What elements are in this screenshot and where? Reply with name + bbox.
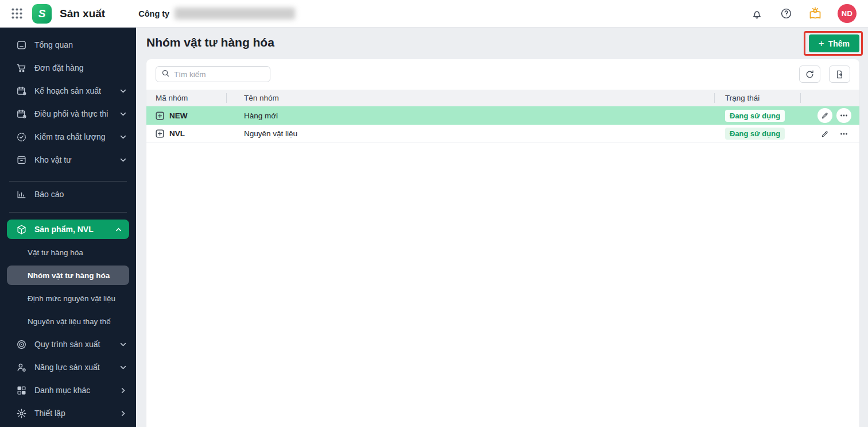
toolbar-actions	[799, 66, 850, 83]
overview-icon	[16, 40, 27, 51]
sidebar-item-label: Đơn đặt hàng	[34, 63, 83, 72]
status-badge: Đang sử dụng	[725, 128, 785, 140]
sidebar-item-label: Kiểm tra chất lượng	[34, 132, 106, 141]
sidebar-item-label: Kế hoạch sản xuất	[34, 86, 101, 95]
cell-actions	[801, 126, 859, 141]
refresh-button[interactable]	[799, 66, 820, 83]
avatar[interactable]: ND	[838, 4, 857, 23]
add-button-label: Thêm	[828, 39, 850, 48]
group-code: NVL	[169, 129, 185, 138]
edit-pencil-icon[interactable]	[817, 108, 832, 123]
sidebar-item-san-pham-nvl[interactable]: Sản phẩm, NVL	[7, 220, 129, 239]
add-button[interactable]: + Thêm	[809, 34, 859, 52]
sidebar-item-danh-muc-khac[interactable]: Danh mục khác	[0, 379, 136, 402]
table-row[interactable]: NEW Hàng mới Đang sử dụng	[146, 106, 859, 125]
group-name: Nguyên vật liệu	[244, 129, 297, 138]
table-header: Mã nhóm Tên nhóm Trạng thái	[146, 90, 859, 106]
column-header-code[interactable]: Mã nhóm	[146, 90, 227, 106]
sidebar-item-label: Thiết lập	[34, 409, 65, 418]
chevron-up-icon	[115, 226, 122, 233]
sidebar-item-nguyen-vat-lieu-thay-the[interactable]: Nguyên vật liệu thay thế	[0, 310, 136, 333]
chevron-right-icon	[119, 387, 127, 394]
sidebar-item-thiet-lap[interactable]: Thiết lập	[0, 402, 136, 425]
chevron-down-icon	[119, 341, 127, 348]
column-header-actions	[801, 90, 859, 106]
chevron-down-icon	[119, 364, 127, 371]
sidebar-item-bao-cao[interactable]: Báo cáo	[0, 183, 136, 206]
order-cart-icon	[16, 63, 27, 74]
more-actions-icon[interactable]	[836, 108, 851, 123]
sidebar-item-label: Nhóm vật tư hàng hóa	[28, 271, 110, 280]
sidebar-item-label: Định mức nguyên vật liệu	[28, 294, 115, 303]
sidebar-item-label: Quy trình sản xuất	[34, 340, 100, 349]
table-row[interactable]: NVL Nguyên vật liệu Đang sử dụng	[146, 125, 859, 143]
notification-bell-icon[interactable]	[750, 7, 764, 21]
check-circle-icon	[16, 132, 27, 143]
column-header-status[interactable]: Trạng thái	[715, 90, 801, 106]
sidebar-item-label: Nguyên vật liệu thay thế	[28, 317, 111, 326]
sidebar-divider	[9, 181, 127, 182]
sidebar: Tổng quan Đơn đặt hàng Kế hoạch sản xuất…	[0, 28, 136, 427]
page-header: Nhóm vật tư hàng hóa + Thêm	[136, 28, 868, 59]
apps-grid-icon[interactable]	[10, 7, 24, 21]
column-header-name[interactable]: Tên nhóm	[227, 90, 715, 106]
more-actions-icon[interactable]	[836, 126, 851, 141]
sidebar-item-nang-luc-san-xuat[interactable]: Năng lực sản xuất	[0, 356, 136, 379]
cell-name: Hàng mới	[227, 111, 715, 120]
sidebar-item-dinh-muc-nguyen-vat-lieu[interactable]: Định mức nguyên vật liệu	[0, 287, 136, 310]
chevron-down-icon	[119, 156, 127, 164]
report-chart-icon	[16, 189, 27, 200]
search-icon	[161, 69, 170, 80]
calendar-gear-icon	[16, 86, 27, 97]
group-name: Hàng mới	[244, 111, 278, 120]
calendar-clock-icon	[16, 109, 27, 120]
topbar-actions: ND	[750, 4, 868, 23]
sidebar-item-tong-quan[interactable]: Tổng quan	[0, 33, 136, 56]
sidebar-divider	[9, 212, 127, 213]
cube-icon	[16, 224, 27, 235]
sidebar-item-label: Kho vật tư	[34, 155, 72, 164]
sidebar-item-ke-hoach-san-xuat[interactable]: Kế hoạch sản xuất	[0, 79, 136, 102]
expand-row-icon[interactable]	[156, 111, 164, 120]
sidebar-item-dieu-phoi-va-thuc-thi[interactable]: Điều phối và thực thi	[0, 102, 136, 125]
sidebar-item-nhom-vat-tu-hang-hoa[interactable]: Nhóm vật tư hàng hóa	[7, 266, 129, 285]
groups-table: Mã nhóm Tên nhóm Trạng thái NEW	[146, 90, 859, 143]
main-content: Nhóm vật tư hàng hóa + Thêm	[136, 28, 868, 427]
sidebar-item-label: Sản phẩm, NVL	[34, 225, 94, 234]
cell-name: Nguyên vật liệu	[227, 129, 715, 138]
app-title: Sản xuất	[60, 7, 105, 20]
warehouse-box-icon	[16, 155, 27, 166]
chevron-right-icon	[119, 410, 127, 417]
list-card: Mã nhóm Tên nhóm Trạng thái NEW	[146, 59, 859, 427]
app-logo[interactable]: S	[32, 4, 52, 24]
edit-pencil-icon[interactable]	[817, 126, 832, 141]
sidebar-item-label: Danh mục khác	[34, 386, 90, 395]
company-name-redacted	[175, 7, 295, 20]
whats-new-tips-icon[interactable]	[808, 7, 822, 21]
topbar: S Sản xuất Công ty ND	[0, 0, 868, 28]
cell-status: Đang sử dụng	[715, 128, 801, 140]
search-box[interactable]	[156, 66, 270, 82]
sidebar-item-kiem-tra-chat-luong[interactable]: Kiểm tra chất lượng	[0, 125, 136, 148]
help-icon[interactable]	[779, 7, 793, 21]
page-title: Nhóm vật tư hàng hóa	[146, 36, 274, 49]
sidebar-item-don-dat-hang[interactable]: Đơn đặt hàng	[0, 56, 136, 79]
process-target-icon	[16, 339, 27, 350]
cell-code: NEW	[146, 111, 227, 120]
sidebar-item-label: Năng lực sản xuất	[34, 363, 100, 372]
sidebar-item-label: Báo cáo	[34, 190, 64, 199]
person-gear-icon	[16, 362, 27, 373]
sidebar-item-quy-trinh-san-xuat[interactable]: Quy trình sản xuất	[0, 333, 136, 356]
toolbar	[146, 59, 859, 89]
sidebar-item-kho-vat-tu[interactable]: Kho vật tư	[0, 148, 136, 171]
export-button[interactable]	[829, 66, 850, 83]
company-label: Công ty	[138, 9, 169, 18]
chevron-down-icon	[119, 110, 127, 118]
chevron-down-icon	[119, 87, 127, 95]
sidebar-item-vat-tu-hang-hoa[interactable]: Vật tư hàng hóa	[0, 241, 136, 264]
expand-row-icon[interactable]	[156, 129, 164, 138]
search-input[interactable]	[174, 70, 265, 79]
cell-code: NVL	[146, 129, 227, 138]
sidebar-item-label: Vật tư hàng hóa	[28, 248, 83, 257]
cell-status: Đang sử dụng	[715, 110, 801, 122]
